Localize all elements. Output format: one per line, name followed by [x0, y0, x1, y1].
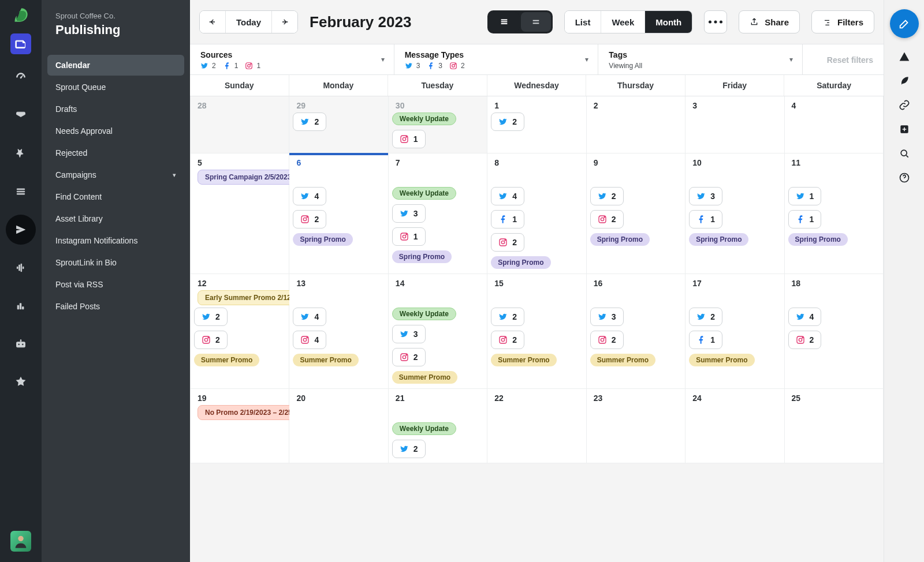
day-cell[interactable]: 2	[587, 96, 685, 153]
day-cell[interactable]: 1522Summer Promo	[487, 274, 586, 389]
leaf-icon[interactable]	[899, 75, 910, 87]
avatar[interactable]	[10, 531, 31, 552]
post-count-chip[interactable]: 3	[689, 187, 722, 205]
nav-feeds[interactable]	[6, 177, 36, 207]
post-count-chip[interactable]: 2	[491, 233, 524, 252]
campaign-tag[interactable]: Weekly Update	[392, 422, 456, 435]
subnav-item[interactable]: Find Content	[47, 186, 184, 207]
day-cell[interactable]: 5Spring Campaign 2/5/2023 – 2/11/2023	[191, 153, 289, 274]
share-button[interactable]: Share	[739, 10, 800, 33]
day-cell[interactable]: 642Spring Promo	[289, 153, 388, 274]
campaign-tag[interactable]: Summer Promo	[293, 354, 358, 366]
subnav-item[interactable]: Post via RSS	[47, 274, 184, 295]
subnav-item[interactable]: Calendar	[47, 55, 184, 76]
nav-dashboard[interactable]	[6, 62, 36, 92]
day-cell[interactable]: 12	[487, 96, 586, 153]
view-list[interactable]: List	[565, 11, 601, 33]
day-cell[interactable]: 23	[587, 389, 685, 463]
nav-reports[interactable]	[6, 291, 36, 321]
post-count-chip[interactable]: 2	[590, 331, 624, 349]
post-count-chip[interactable]: 2	[392, 348, 426, 366]
campaign-tag[interactable]: Summer Promo	[491, 354, 556, 366]
campaign-tag[interactable]: Spring Promo	[293, 233, 352, 246]
post-count-chip[interactable]: 2	[293, 210, 326, 228]
help-icon[interactable]	[899, 172, 910, 183]
post-count-chip[interactable]: 1	[689, 331, 722, 349]
post-count-chip[interactable]: 1	[788, 187, 822, 205]
reset-filters[interactable]: Reset filters	[803, 44, 884, 74]
subnav-item[interactable]: Rejected	[47, 143, 184, 163]
subnav-item[interactable]: SproutLink in Bio	[47, 252, 184, 273]
subnav-item[interactable]: Failed Posts	[47, 296, 184, 317]
day-cell[interactable]: 19No Promo 2/19/2023 – 2/25/2023	[191, 389, 289, 463]
filter-tags[interactable]: Tags Viewing All ▾	[598, 44, 803, 74]
post-count-chip[interactable]: 1	[392, 227, 426, 246]
view-week[interactable]: Week	[601, 11, 644, 33]
campaign-tag[interactable]: Spring Promo	[491, 256, 550, 269]
post-count-chip[interactable]: 3	[590, 308, 624, 326]
campaign-tag[interactable]: Summer Promo	[689, 354, 754, 366]
post-count-chip[interactable]: 1	[491, 210, 524, 228]
nav-publishing[interactable]	[10, 33, 31, 54]
day-cell[interactable]: 1111Spring Promo	[785, 153, 884, 274]
next-button[interactable]	[271, 11, 297, 33]
add-icon[interactable]	[899, 123, 910, 135]
nav-star[interactable]	[6, 367, 36, 397]
campaign-tag[interactable]: Summer Promo	[392, 371, 457, 384]
nav-bot[interactable]	[6, 329, 36, 359]
post-count-chip[interactable]: 3	[392, 204, 426, 223]
subnav-item[interactable]: Drafts	[47, 99, 184, 119]
post-count-chip[interactable]: 1	[689, 210, 722, 228]
prev-button[interactable]	[200, 11, 225, 33]
post-count-chip[interactable]: 4	[293, 187, 326, 205]
nav-inbox[interactable]	[6, 100, 36, 130]
day-cell[interactable]: 4	[785, 96, 884, 153]
post-count-chip[interactable]: 2	[590, 187, 624, 205]
day-cell[interactable]: 922Spring Promo	[587, 153, 685, 274]
day-cell[interactable]: 22	[487, 389, 586, 463]
day-cell[interactable]: 30Weekly Update1	[389, 96, 487, 153]
campaign-tag[interactable]: Spring Promo	[590, 233, 650, 246]
post-count-chip[interactable]: 3	[392, 325, 426, 343]
link-icon[interactable]	[899, 99, 910, 111]
campaign-tag[interactable]: Weekly Update	[392, 308, 456, 320]
post-count-chip[interactable]: 2	[293, 113, 326, 131]
campaign-tag[interactable]: Summer Promo	[194, 354, 259, 366]
campaign-tag[interactable]: Spring Promo	[392, 250, 452, 263]
day-cell[interactable]: 7Weekly Update31Spring Promo	[389, 153, 487, 274]
day-cell[interactable]: 1031Spring Promo	[685, 153, 784, 274]
day-cell[interactable]: 1721Summer Promo	[685, 274, 784, 389]
post-count-chip[interactable]: 4	[293, 331, 326, 349]
post-count-chip[interactable]: 2	[491, 113, 524, 131]
day-cell[interactable]: 1344Summer Promo	[289, 274, 388, 389]
campaign-tag[interactable]: Weekly Update	[392, 187, 456, 200]
campaign-tag[interactable]: Spring Promo	[788, 233, 848, 246]
density-full[interactable]	[489, 12, 519, 32]
campaign-tag[interactable]: Spring Promo	[689, 233, 748, 246]
view-month[interactable]: Month	[644, 11, 692, 33]
more-button[interactable]	[704, 10, 727, 33]
campaign-tag[interactable]: Summer Promo	[590, 354, 655, 366]
post-count-chip[interactable]: 4	[293, 308, 326, 326]
alert-icon[interactable]	[899, 51, 910, 62]
post-count-chip[interactable]: 1	[788, 210, 822, 228]
post-count-chip[interactable]: 4	[788, 308, 822, 326]
filter-message-types[interactable]: Message Types 3 3 2 ▾	[394, 44, 599, 74]
subnav-item[interactable]: Instagram Notifications	[47, 230, 184, 251]
compose-button[interactable]	[890, 9, 919, 38]
density-compact[interactable]	[521, 12, 551, 32]
day-cell[interactable]: 20	[289, 389, 388, 463]
day-cell[interactable]: 1842	[785, 274, 884, 389]
post-count-chip[interactable]: 2	[194, 331, 228, 349]
subnav-item[interactable]: Campaigns▾	[47, 164, 184, 185]
filter-sources[interactable]: Sources 2 1 1 ▾	[190, 44, 394, 74]
post-count-chip[interactable]: 2	[491, 308, 524, 326]
campaign-tag[interactable]: Weekly Update	[392, 113, 456, 125]
post-count-chip[interactable]: 2	[491, 331, 524, 349]
today-button[interactable]: Today	[225, 11, 271, 33]
day-cell[interactable]: 1632Summer Promo	[587, 274, 685, 389]
post-count-chip[interactable]: 4	[491, 187, 524, 205]
nav-pin[interactable]	[6, 138, 36, 168]
day-cell[interactable]: 28	[191, 96, 289, 153]
post-count-chip[interactable]: 2	[689, 308, 722, 326]
